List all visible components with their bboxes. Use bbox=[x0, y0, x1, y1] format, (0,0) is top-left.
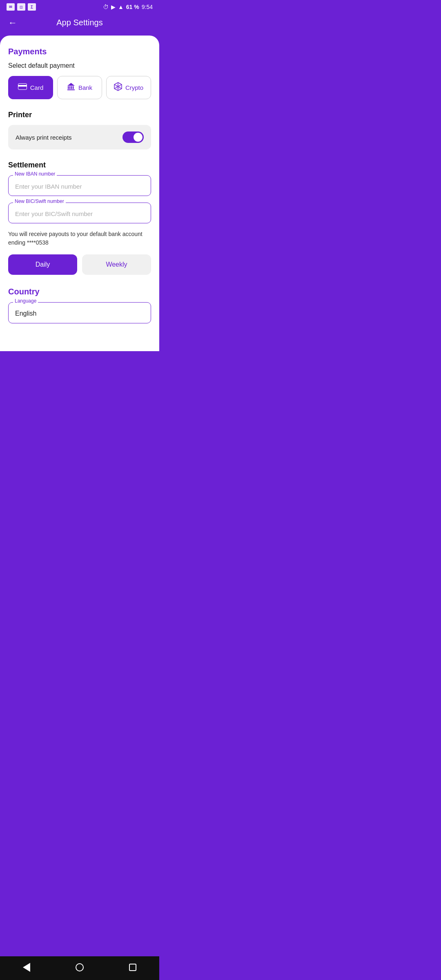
clock: 9:54 bbox=[142, 4, 153, 10]
alarm-icon: ⏱ bbox=[103, 4, 109, 10]
language-value[interactable]: English bbox=[8, 302, 151, 323]
bic-input-group: New BIC/Swift number bbox=[8, 203, 151, 223]
crypto-icon bbox=[114, 82, 122, 93]
status-icons-left: ✉ ◫ Σ bbox=[7, 3, 36, 11]
status-right: ⏱ ▶ ▲ 61 % 9:54 bbox=[103, 4, 153, 10]
printer-section-title: Printer bbox=[8, 111, 151, 119]
payments-section: Payments Select default payment Card bbox=[8, 47, 151, 99]
payment-bank-button[interactable]: Bank bbox=[57, 76, 102, 99]
main-content: Payments Select default payment Card bbox=[0, 36, 159, 351]
top-bar: ← App Settings bbox=[0, 13, 159, 36]
settlement-section-title: Settlement bbox=[8, 161, 151, 169]
back-button[interactable]: ← bbox=[8, 18, 17, 28]
svg-rect-3 bbox=[69, 86, 71, 89]
svg-rect-5 bbox=[73, 86, 74, 89]
settlement-section: Settlement New IBAN number New BIC/Swift… bbox=[8, 161, 151, 275]
svg-rect-2 bbox=[68, 86, 69, 89]
language-label: Language bbox=[13, 298, 38, 304]
iban-input[interactable] bbox=[8, 175, 151, 196]
iban-input-group: New IBAN number bbox=[8, 175, 151, 196]
toggle-label: Always print receipts bbox=[16, 134, 72, 141]
icon-2: ◫ bbox=[17, 3, 25, 11]
crypto-label: Crypto bbox=[125, 84, 143, 91]
svg-rect-1 bbox=[18, 85, 27, 87]
battery-level: 61 % bbox=[126, 4, 139, 10]
payments-section-title: Payments bbox=[8, 47, 151, 56]
country-section: Country Language English bbox=[8, 287, 151, 323]
svg-rect-4 bbox=[71, 86, 72, 89]
page-title: App Settings bbox=[56, 18, 102, 27]
printer-section: Printer Always print receipts bbox=[8, 111, 151, 149]
signal-icon: ▲ bbox=[118, 4, 124, 10]
icon-1: ✉ bbox=[7, 3, 15, 11]
toggle-row: Always print receipts bbox=[8, 125, 151, 149]
payment-crypto-button[interactable]: Crypto bbox=[106, 76, 151, 99]
frequency-buttons: Daily Weekly bbox=[8, 254, 151, 275]
bank-icon bbox=[67, 82, 75, 93]
daily-button[interactable]: Daily bbox=[8, 254, 77, 275]
svg-rect-7 bbox=[67, 89, 75, 90]
bank-label: Bank bbox=[78, 84, 92, 91]
status-bar: ✉ ◫ Σ ⏱ ▶ ▲ 61 % 9:54 bbox=[0, 0, 159, 13]
wifi-icon: ▶ bbox=[111, 4, 116, 10]
svg-marker-6 bbox=[67, 83, 75, 86]
weekly-button[interactable]: Weekly bbox=[82, 254, 151, 275]
bic-input[interactable] bbox=[8, 203, 151, 223]
card-icon bbox=[18, 83, 27, 92]
payout-note: You will receive payouts to your default… bbox=[8, 230, 151, 247]
payment-options: Card Bank bbox=[8, 76, 151, 99]
country-section-title: Country bbox=[8, 287, 151, 296]
bic-label: New BIC/Swift number bbox=[13, 198, 66, 204]
always-print-toggle[interactable] bbox=[122, 131, 144, 143]
card-label: Card bbox=[30, 84, 44, 91]
icon-3: Σ bbox=[28, 3, 36, 11]
language-input-group: Language English bbox=[8, 302, 151, 323]
iban-label: New IBAN number bbox=[13, 171, 57, 177]
payment-card-button[interactable]: Card bbox=[8, 76, 53, 99]
payments-subtitle: Select default payment bbox=[8, 62, 151, 69]
